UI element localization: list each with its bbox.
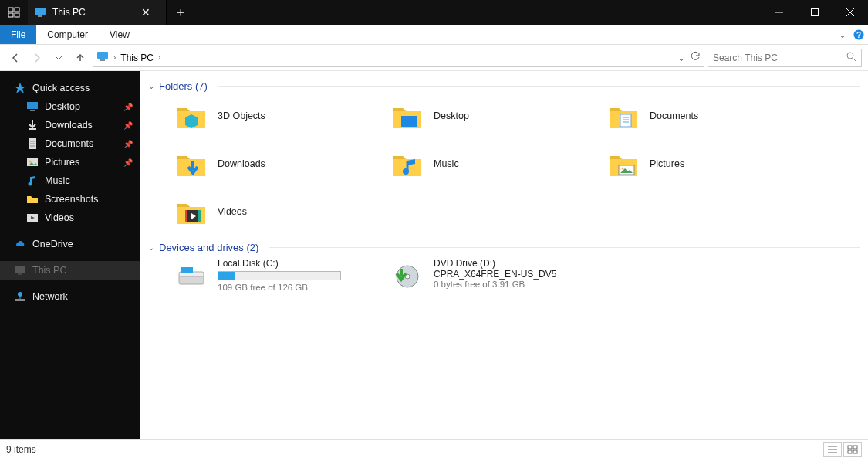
ribbon-tab-view[interactable]: View (99, 25, 140, 44)
folder-label: Music (434, 158, 459, 169)
window-close-button[interactable] (833, 0, 868, 25)
svg-rect-35 (401, 116, 417, 127)
svg-rect-58 (848, 450, 852, 453)
nav-recent-icon[interactable] (49, 49, 68, 67)
tab-close-icon[interactable]: ✕ (135, 6, 157, 19)
document-icon (26, 137, 39, 150)
ribbon-expand-icon[interactable]: ⌄ (836, 25, 849, 44)
star-icon (14, 82, 26, 94)
refresh-icon[interactable] (690, 51, 701, 64)
ribbon-file-tab[interactable]: File (0, 25, 36, 44)
tab-label: This PC (52, 7, 129, 18)
sidebar-label: Quick access (32, 83, 90, 93)
svg-rect-30 (18, 273, 22, 275)
sidebar-item-documents[interactable]: Documents 📌 (0, 134, 140, 153)
view-details-button[interactable] (823, 442, 842, 457)
nav-row: › This PC › ⌄ (0, 45, 868, 71)
sidebar-item-screenshots[interactable]: Screenshots (0, 190, 140, 209)
svg-rect-49 (181, 267, 187, 273)
folder-videos[interactable]: Videos (174, 192, 390, 231)
ribbon-tab-computer[interactable]: Computer (36, 25, 99, 44)
titlebar: This PC ✕ ＋ (0, 0, 868, 25)
chevron-right-icon[interactable]: › (113, 53, 116, 62)
drive-label: DVD Drive (D:) (434, 258, 556, 269)
sidebar-item-downloads[interactable]: Downloads 📌 (0, 116, 140, 134)
window-tab[interactable]: This PC ✕ (28, 0, 167, 25)
group-count: 7 (198, 80, 204, 92)
sidebar-item-videos[interactable]: Videos (0, 209, 140, 227)
folder-downloads[interactable]: Downloads (174, 144, 390, 183)
drive-usage-bar (218, 271, 341, 280)
pin-icon: 📌 (123, 103, 133, 111)
content-area: ⌄ Folders (7) 3D Objects Desktop (140, 71, 868, 439)
sidebar-network[interactable]: Network (0, 287, 140, 306)
folder-label: 3D Objects (218, 110, 265, 121)
sidebar-quick-access[interactable]: Quick access (0, 79, 140, 97)
chevron-down-icon: ⌄ (148, 82, 154, 90)
svg-rect-13 (100, 59, 105, 61)
drive-label2: CPRA_X64FRE_EN-US_DV5 (434, 269, 556, 280)
folder-documents[interactable]: Documents (606, 97, 822, 135)
chevron-right-icon[interactable]: › (158, 53, 160, 62)
new-tab-button[interactable]: ＋ (167, 0, 194, 25)
task-view-icon[interactable] (0, 0, 28, 25)
sidebar-item-label: Documents (45, 138, 93, 149)
folder-3d-objects[interactable]: 3D Objects (174, 97, 390, 135)
drive-local-disk[interactable]: Local Disk (C:) 109 GB free of 126 GB (174, 258, 390, 292)
videos-icon (26, 212, 39, 224)
address-bar[interactable]: › This PC › ⌄ (93, 49, 704, 67)
drive-dvd[interactable]: DVD Drive (D:) CPRA_X64FRE_EN-US_DV5 0 b… (390, 258, 606, 292)
svg-rect-50 (187, 267, 193, 273)
sidebar-item-label: Videos (45, 212, 74, 223)
group-header-folders[interactable]: ⌄ Folders (7) (148, 80, 860, 92)
svg-point-26 (29, 182, 32, 186)
sidebar-label: This PC (32, 265, 66, 276)
sidebar-label: Network (32, 291, 68, 302)
svg-rect-3 (15, 13, 19, 17)
folder-pictures[interactable]: Pictures (606, 144, 822, 183)
hdd-icon (174, 258, 208, 292)
download-icon (26, 119, 39, 131)
pictures-icon (26, 156, 39, 168)
search-icon[interactable] (846, 52, 856, 64)
window-maximize-button[interactable] (797, 0, 833, 25)
group-header-drives[interactable]: ⌄ Devices and drives (2) (148, 242, 860, 253)
sidebar-this-pc[interactable]: This PC (0, 261, 140, 280)
svg-rect-29 (15, 266, 25, 273)
search-input[interactable] (713, 53, 846, 63)
sidebar-item-label: Music (45, 175, 70, 186)
view-large-icons-button[interactable] (843, 442, 862, 457)
folder-icon (174, 147, 208, 181)
folder-label: Documents (650, 110, 698, 121)
drive-label: Local Disk (C:) (218, 258, 341, 269)
folder-desktop[interactable]: Desktop (390, 97, 606, 135)
address-dropdown-icon[interactable]: ⌄ (677, 53, 685, 63)
svg-line-15 (853, 58, 856, 61)
svg-rect-1 (15, 8, 19, 12)
svg-rect-36 (620, 114, 631, 127)
sidebar-item-pictures[interactable]: Pictures 📌 (0, 153, 140, 171)
breadcrumb[interactable]: This PC (120, 53, 154, 63)
folder-label: Desktop (434, 110, 469, 121)
sidebar: Quick access Desktop 📌 Downloads 📌 Docum… (0, 71, 140, 439)
nav-back-button[interactable] (6, 49, 25, 67)
svg-point-25 (29, 161, 32, 163)
svg-point-31 (18, 292, 22, 297)
network-icon (14, 290, 26, 303)
folder-icon (174, 99, 208, 133)
sidebar-onedrive[interactable]: OneDrive (0, 235, 140, 253)
search-box[interactable] (708, 49, 862, 67)
desktop-icon (26, 100, 39, 113)
help-icon[interactable]: ? (849, 25, 868, 44)
window-minimize-button[interactable] (762, 0, 797, 25)
nav-forward-button[interactable] (28, 49, 46, 67)
sidebar-item-label: Desktop (45, 101, 80, 112)
music-icon (26, 175, 39, 187)
svg-rect-59 (853, 450, 857, 453)
sidebar-item-desktop[interactable]: Desktop 📌 (0, 97, 140, 116)
sidebar-item-label: Pictures (45, 157, 79, 168)
svg-rect-2 (8, 13, 13, 17)
nav-up-button[interactable] (71, 49, 90, 67)
sidebar-item-music[interactable]: Music (0, 171, 140, 190)
folder-music[interactable]: Music (390, 144, 606, 183)
